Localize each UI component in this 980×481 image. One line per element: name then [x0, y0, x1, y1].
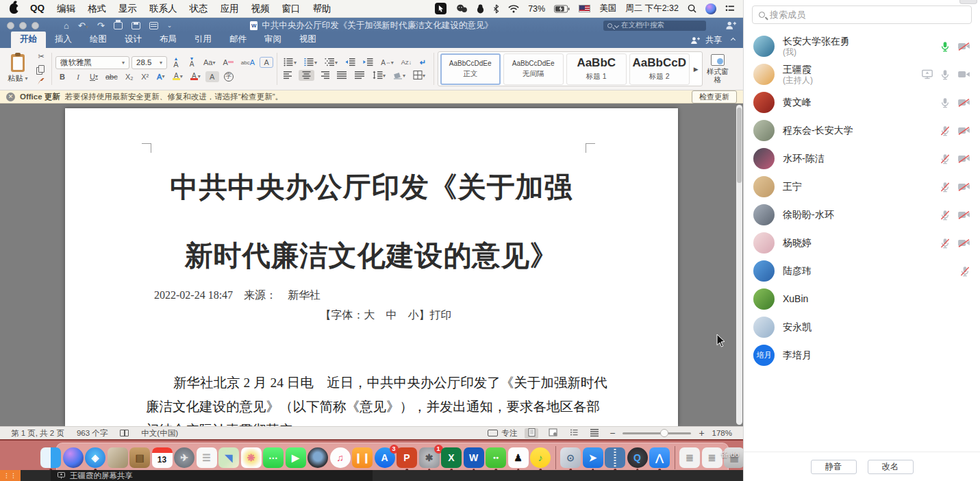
camera-off-icon[interactable]: [957, 125, 970, 136]
zoom-slider-knob[interactable]: [660, 429, 668, 437]
document-search-field[interactable]: 在文档中搜索: [603, 21, 706, 31]
language-indicator[interactable]: 中文(中国): [141, 428, 178, 439]
align-center-button[interactable]: [299, 70, 314, 81]
apple-menu-icon[interactable]: [10, 3, 18, 14]
dock-maps-icon[interactable]: ◥: [218, 447, 239, 468]
rename-button[interactable]: 改名: [868, 460, 914, 474]
mute-button[interactable]: 静音: [811, 460, 857, 474]
italic-button[interactable]: I: [71, 71, 85, 82]
dock-reminders-icon[interactable]: ☰: [197, 447, 217, 468]
style-pane-button[interactable]: 样式窗格: [703, 50, 733, 88]
sort-button[interactable]: AZ↓: [399, 57, 414, 68]
mic-off-icon[interactable]: [940, 125, 951, 136]
bold-button[interactable]: B: [55, 71, 69, 82]
align-left-button[interactable]: [281, 70, 297, 81]
share-button[interactable]: 共享: [682, 34, 743, 48]
camera-off-icon[interactable]: [957, 182, 970, 192]
shrink-font-button[interactable]: ▼A: [185, 57, 199, 68]
member-row[interactable]: 安永凯: [744, 313, 980, 341]
camera-off-icon[interactable]: [957, 97, 970, 108]
zoom-slider[interactable]: [623, 432, 691, 434]
page-indicator[interactable]: 第 1 页, 共 2 页: [11, 428, 64, 439]
member-row[interactable]: 王宁: [744, 173, 980, 201]
web-layout-view-button[interactable]: [546, 428, 560, 439]
ribbon-tab-审阅[interactable]: 审阅: [255, 32, 290, 48]
style-card-正文[interactable]: AaBbCcDdEe正文: [440, 53, 501, 85]
dock-music-icon[interactable]: ♫: [330, 447, 351, 468]
ribbon-tab-设计[interactable]: 设计: [116, 32, 151, 48]
menu-item-3[interactable]: 显示: [112, 3, 143, 15]
ribbon-tab-插入[interactable]: 插入: [46, 32, 81, 48]
member-row[interactable]: 杨晓婷: [744, 229, 980, 257]
paste-button[interactable]: 粘贴▾: [4, 51, 32, 87]
justify-button[interactable]: [334, 70, 350, 81]
paragraph-mark-button[interactable]: ↵: [416, 57, 430, 68]
member-row[interactable]: 培月李培月: [744, 341, 980, 369]
siri-icon[interactable]: [705, 3, 716, 14]
ribbon-tab-开始[interactable]: 开始: [11, 32, 46, 48]
mic-off-icon[interactable]: [940, 153, 951, 164]
zoom-out-button[interactable]: −: [610, 428, 615, 439]
menu-item-6[interactable]: 应用: [214, 3, 245, 15]
close-window-button[interactable]: [7, 22, 14, 29]
member-row[interactable]: 水环-陈洁: [744, 145, 980, 173]
ribbon-tab-邮件[interactable]: 邮件: [221, 32, 255, 48]
dock-contacts-icon[interactable]: ▤: [129, 447, 150, 468]
dock-siri-icon[interactable]: [63, 447, 84, 468]
dock-unarchiver-icon[interactable]: [605, 447, 625, 468]
bluetooth-icon[interactable]: [493, 4, 499, 14]
dock-document-stack-2-icon[interactable]: ≣: [702, 447, 723, 468]
camera-on-icon[interactable]: [957, 69, 970, 79]
member-search-input[interactable]: 搜索成员: [752, 5, 972, 24]
numbered-list-button[interactable]: ▾: [301, 57, 320, 68]
mic-off-icon[interactable]: [940, 182, 951, 193]
member-row[interactable]: XuBin: [744, 285, 980, 313]
remote-control-icon[interactable]: [435, 3, 447, 14]
dock-tencent-meeting-icon[interactable]: ⋀: [649, 447, 670, 468]
align-right-button[interactable]: [316, 70, 332, 81]
dock-excel-icon[interactable]: X: [441, 447, 462, 468]
mic-off-icon[interactable]: [959, 266, 970, 277]
dock-wechat-icon[interactable]: ●●: [486, 447, 506, 468]
member-row[interactable]: 长安大学张在勇(我): [744, 32, 980, 60]
vertical-scrollbar[interactable]: [736, 105, 742, 425]
toolbar-overflow-icon[interactable]: ⌄: [167, 22, 173, 29]
enclose-characters-button[interactable]: 字: [221, 71, 236, 82]
camera-off-icon[interactable]: [957, 153, 970, 164]
mic-on-icon[interactable]: [940, 97, 951, 108]
dock-system-preferences-icon[interactable]: ✱1: [419, 447, 440, 468]
superscript-button[interactable]: X²: [138, 71, 152, 82]
dock-qq-icon[interactable]: ♟: [508, 447, 529, 468]
style-card-标题 1[interactable]: AaBbC标题 1: [566, 53, 627, 85]
style-card-无间隔[interactable]: AaBbCcDdEe无间隔: [503, 53, 564, 85]
menu-item-app[interactable]: QQ: [24, 3, 51, 15]
dock-word-icon[interactable]: W: [464, 447, 484, 468]
zoom-level[interactable]: 178%: [712, 429, 732, 437]
dock-mail-icon[interactable]: [108, 447, 128, 468]
redo-button[interactable]: ↷: [97, 21, 105, 31]
zoom-window-button[interactable]: [32, 22, 39, 29]
qq-tray-icon[interactable]: [477, 4, 484, 14]
screen-sharing-icon[interactable]: [922, 69, 933, 79]
dock-launchpad-icon[interactable]: ✈: [174, 447, 194, 468]
font-size-select[interactable]: 28.5▾: [131, 56, 167, 69]
member-row[interactable]: 王疆霞(主持人): [744, 60, 980, 88]
undo-button[interactable]: ↶▾: [78, 21, 88, 31]
styles-gallery-more-icon[interactable]: ▶: [692, 66, 700, 73]
dismiss-update-icon[interactable]: ✕: [6, 92, 15, 101]
phonetic-guide-button[interactable]: abcA: [238, 57, 257, 68]
zoom-in-button[interactable]: +: [699, 428, 704, 439]
grow-font-button[interactable]: ▲A: [169, 57, 183, 68]
dock-calendar-icon[interactable]: 13: [152, 447, 173, 468]
highlight-button[interactable]: A▾: [170, 71, 186, 82]
document-page[interactable]: 中共中央办公厅印发《关于加强 新时代廉洁文化建设的意见》 2022-02-24 …: [65, 108, 678, 426]
clear-formatting-button[interactable]: A: [220, 57, 236, 68]
menu-item-8[interactable]: 窗口: [276, 3, 307, 15]
underline-button[interactable]: U▾: [87, 71, 101, 82]
notification-center-icon[interactable]: [725, 5, 735, 12]
dock-quicktime-icon[interactable]: Q: [627, 447, 648, 468]
home-icon[interactable]: ⌂: [64, 21, 69, 31]
multilevel-list-button[interactable]: ▾: [322, 57, 340, 68]
decrease-indent-button[interactable]: [342, 57, 358, 68]
print-layout-view-button[interactable]: [525, 428, 538, 439]
